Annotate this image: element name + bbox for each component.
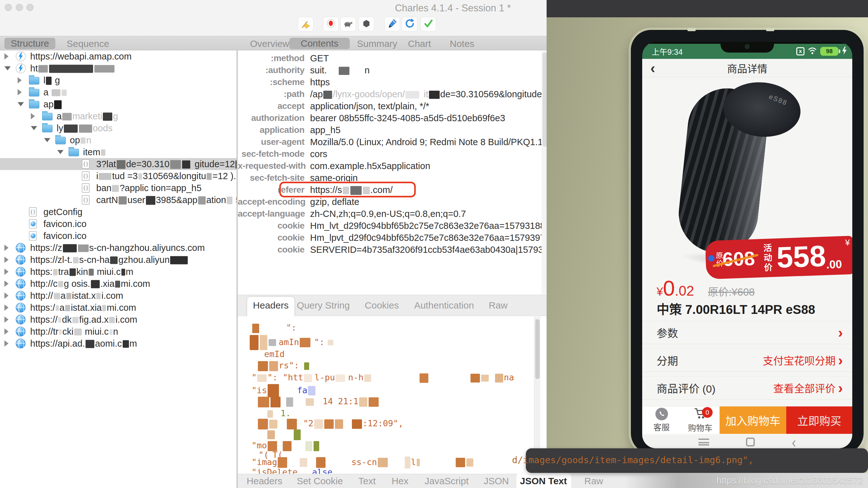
tree-row[interactable]: opn (0, 134, 237, 146)
tab-contents[interactable]: Contents (289, 38, 350, 49)
tree-row-label: https:trakin miui.cm (30, 267, 133, 277)
tree-row[interactable]: https:/aistat.xiami.com (0, 302, 237, 314)
tree-row[interactable]: http://cg osis..xiami.com (0, 278, 237, 290)
tree-row[interactable]: {}getConfig (0, 206, 237, 218)
redaction-block (46, 77, 52, 85)
tree-row[interactable]: {}itud =3310569&longitu=12 ). 5 (0, 170, 237, 182)
tree-row[interactable]: https://api.ad.aomi.cm (0, 338, 237, 349)
product-list-row: 商品评价 (0)查看全部评价› (642, 376, 852, 400)
response-tab-json-text[interactable]: JSON Text (520, 476, 567, 486)
window-minimize-button[interactable] (16, 4, 23, 11)
chevron-down-icon[interactable] (44, 138, 50, 142)
tree-row[interactable]: https://zs-cn-hangzhou.aliyuncs.com (0, 242, 237, 254)
chevron-right-icon[interactable] (4, 281, 8, 287)
redaction-block (115, 281, 120, 288)
response-tab-javascript[interactable]: JavaScript (425, 476, 469, 486)
tree-row[interactable]: favicon.ico (0, 230, 237, 242)
header-key: user-agent (238, 137, 304, 147)
chevron-right-icon[interactable] (4, 268, 8, 275)
redaction-block (103, 113, 112, 121)
chevron-right-icon[interactable] (31, 113, 35, 119)
request-section-tabs: HeadersQuery StringCookiesAuthentication… (238, 295, 547, 316)
request-tab-cookies[interactable]: Cookies (365, 300, 399, 311)
redaction-block (283, 441, 291, 451)
tree-row[interactable]: http://aistat.xi.com (0, 290, 237, 302)
folder-icon (29, 100, 39, 109)
redaction-block (286, 397, 293, 407)
chevron-right-icon[interactable] (4, 292, 8, 299)
row-action-text: 支付宝花呗分期 (763, 353, 836, 368)
tab-overview[interactable]: Overview (250, 38, 289, 49)
chevron-right-icon[interactable] (4, 316, 8, 323)
request-tab-raw[interactable]: Raw (489, 300, 507, 311)
chevron-down-icon[interactable] (4, 66, 11, 70)
chevron-down-icon[interactable] (57, 150, 64, 154)
chevron-right-icon[interactable] (4, 328, 8, 335)
tab-sequence[interactable]: Sequence (67, 38, 109, 49)
chevron-right-icon[interactable] (4, 245, 8, 251)
chevron-right-icon[interactable] (18, 89, 22, 95)
tab-structure[interactable]: Structure (4, 38, 55, 49)
chevron-right-icon[interactable] (4, 257, 8, 263)
tab-notes[interactable]: Notes (450, 38, 474, 49)
chevron-right-icon[interactable] (4, 305, 8, 311)
tree-row[interactable]: favicon.ico (0, 218, 237, 230)
chevron-down-icon[interactable] (18, 102, 24, 107)
host-icon (16, 243, 26, 253)
tree-row[interactable]: lyoods (0, 122, 237, 134)
tree-row[interactable]: l g (0, 74, 237, 86)
tree-row[interactable]: item (0, 146, 237, 158)
redaction-block (257, 374, 267, 382)
response-tab-raw[interactable]: Raw (584, 476, 603, 486)
broom-icon (300, 18, 311, 30)
tree-row-selected[interactable]: {}3?latde=30.310gitude=12 5 x (0, 158, 237, 170)
clear-session-button[interactable] (298, 17, 314, 31)
validate-button[interactable] (421, 17, 436, 31)
chevron-down-icon[interactable] (31, 126, 37, 130)
app-content: eS88 原价 608 活动价 558 .00 ¥ (642, 77, 852, 448)
tree-row[interactable]: {}ban?applic tion=app_h5 (0, 182, 237, 194)
protocol-icon (16, 51, 26, 61)
tree-row[interactable]: https:trakin miui.cm (0, 266, 237, 278)
repeat-button[interactable] (402, 17, 417, 31)
chevron-right-icon[interactable] (18, 77, 22, 83)
tree-row[interactable]: https://webapi.amap.com (0, 50, 237, 62)
window-zoom-button[interactable] (26, 4, 34, 11)
breakpoints-button[interactable] (359, 17, 374, 31)
chevron-right-icon: › (838, 353, 843, 367)
redaction-block (294, 429, 301, 440)
tree-row[interactable]: ap (0, 98, 237, 110)
response-tab-set-cookie[interactable]: Set Cookie (297, 476, 343, 486)
throttle-button[interactable] (340, 17, 356, 31)
response-tab-json[interactable]: JSON (484, 476, 509, 486)
tree-row[interactable]: amarketig (0, 110, 237, 122)
response-tab-text[interactable]: Text (358, 476, 375, 486)
tab-chart[interactable]: Chart (408, 38, 431, 49)
request-tab-query-string[interactable]: Query String (297, 300, 350, 311)
request-tab-headers[interactable]: Headers (253, 300, 288, 311)
tree-row[interactable]: ht (0, 62, 237, 74)
json-line: ": (252, 322, 297, 333)
chevron-right-icon[interactable] (4, 53, 8, 59)
compose-button[interactable] (384, 17, 400, 31)
response-tab-headers[interactable]: Headers (247, 476, 282, 486)
tree-row[interactable]: http://trcki miui.cn (0, 325, 237, 338)
redaction-block (278, 457, 287, 468)
response-tab-hex[interactable]: Hex (392, 476, 408, 486)
tree-row[interactable]: https://zl-t.s-cn-hagzhou.aliyun (0, 254, 237, 266)
request-tab-authentication[interactable]: Authentication (414, 300, 474, 311)
check-icon (423, 18, 434, 30)
redaction-block (59, 329, 62, 335)
tree-row[interactable]: {}cartNuser3985&appation 5 (0, 194, 237, 206)
badge-original-price: 原价 608 (715, 249, 755, 269)
tab-summary[interactable]: Summary (357, 38, 397, 49)
record-button[interactable] (323, 17, 339, 31)
chevron-right-icon[interactable] (4, 340, 8, 347)
window-close-button[interactable] (5, 4, 12, 11)
redaction-block (378, 458, 388, 467)
tree-row-label: https://zl-t.s-cn-hagzhou.aliyun (30, 255, 188, 265)
header-key: :authority (238, 65, 304, 75)
tree-row[interactable]: a (0, 86, 237, 98)
tree-row[interactable]: https://dkfig.ad.xi.com (0, 314, 237, 325)
header-value: app_h5 (310, 125, 341, 135)
